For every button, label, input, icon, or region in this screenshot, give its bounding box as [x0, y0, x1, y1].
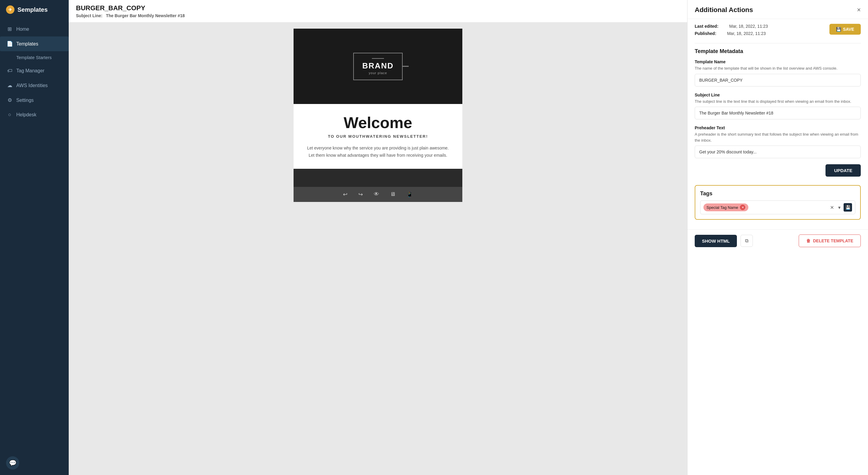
show-html-button[interactable]: SHOW HTML — [695, 235, 737, 247]
sidebar-item-helpdesk[interactable]: ○ Helpdesk — [0, 107, 69, 122]
published-label: Published: — [695, 31, 716, 36]
cloud-icon: ☁ — [7, 82, 13, 89]
preheader-input[interactable] — [695, 146, 861, 158]
tag-remove-button[interactable]: ✕ — [740, 204, 745, 210]
save-icon: 💾 — [836, 27, 841, 32]
tags-input-actions: ✕ ▾ 💾 — [829, 203, 852, 212]
metadata-title: Template Metadata — [695, 48, 861, 55]
panel-footer: SHOW HTML ⧉ 🗑 DELETE TEMPLATE — [687, 229, 868, 252]
template-name-label: Template Name — [695, 59, 861, 64]
preview-welcome: Welcome — [306, 114, 450, 132]
tags-clear-button[interactable]: ✕ — [829, 204, 835, 211]
logo-icon: ✈ — [6, 5, 14, 14]
tags-input-row: Special Tag Name ✕ ✕ ▾ 💾 — [700, 200, 855, 214]
last-edited-label: Last edited: — [695, 24, 718, 29]
tags-dropdown-button[interactable]: ▾ — [837, 204, 842, 211]
preview-toolbar: ↩ ↪ 👁 🖥 📱 — [293, 187, 462, 202]
preview-card: BRAND your place Welcome TO OUR MOUTHWAT… — [293, 29, 462, 187]
tags-section: Tags Special Tag Name ✕ ✕ ▾ 💾 — [695, 185, 861, 220]
tags-save-button[interactable]: 💾 — [844, 203, 852, 212]
brand-line — [372, 58, 384, 59]
sidebar-logo[interactable]: ✈ Semplates — [0, 0, 69, 19]
divider-1 — [695, 43, 861, 43]
sidebar: ✈ Semplates ⊞ Home 📄 Templates Template … — [0, 0, 69, 475]
delete-label: DELETE TEMPLATE — [813, 239, 853, 243]
tag-chip-label: Special Tag Name — [707, 205, 738, 210]
desktop-view-button[interactable]: 🖥 — [388, 190, 398, 199]
topbar: BURGER_BAR_COPY Subject Line: The Burger… — [69, 0, 687, 23]
tags-title: Tags — [700, 190, 855, 197]
brand-text: BRAND — [362, 61, 394, 70]
templates-icon: 📄 — [7, 41, 13, 47]
subject-line-label: Subject Line — [695, 93, 861, 97]
subject-line-bar-label: Subject Line: — [76, 13, 102, 18]
subject-line-input[interactable] — [695, 107, 861, 119]
undo-button[interactable]: ↩ — [341, 190, 350, 199]
panel-header: Additional Actions × — [687, 0, 868, 19]
meta-actions: 💾 SAVE — [830, 24, 861, 35]
sidebar-item-tag-label: Tag Manager — [16, 68, 44, 73]
update-row: UPDATE — [695, 164, 861, 183]
mobile-view-button[interactable]: 📱 — [404, 190, 415, 199]
template-name-input[interactable] — [695, 74, 861, 87]
copy-icon: ⧉ — [745, 238, 748, 243]
panel-body: Last edited: Mar, 18, 2022, 11:23 Publis… — [687, 19, 868, 229]
tags-text-input[interactable] — [750, 205, 827, 210]
sidebar-item-template-starters[interactable]: Template Starters — [0, 51, 69, 64]
save-button[interactable]: 💾 SAVE — [830, 24, 861, 35]
preheader-group: Preheader Text A preheader is the short … — [695, 125, 861, 158]
right-panel: Additional Actions × Last edited: Mar, 1… — [687, 0, 868, 475]
sidebar-item-home-label: Home — [16, 27, 29, 32]
update-button[interactable]: UPDATE — [826, 164, 861, 177]
preview-button[interactable]: 👁 — [371, 190, 381, 199]
last-edited-value: Mar, 18, 2022, 11:23 — [729, 24, 768, 29]
tag-icon: 🏷 — [7, 68, 13, 74]
chat-button[interactable]: 💬 — [6, 456, 19, 470]
delete-template-button[interactable]: 🗑 DELETE TEMPLATE — [799, 234, 861, 247]
sidebar-item-home[interactable]: ⊞ Home — [0, 22, 69, 36]
sidebar-footer: 💬 — [0, 451, 69, 475]
preview-hero: BRAND your place — [293, 29, 462, 104]
sidebar-item-helpdesk-label: Helpdesk — [16, 112, 36, 118]
published-value: Mar, 18, 2022, 11:23 — [727, 31, 766, 36]
page-title: BURGER_BAR_COPY — [76, 4, 680, 12]
copy-button[interactable]: ⧉ — [741, 235, 753, 247]
sidebar-nav: ⊞ Home 📄 Templates Template Starters 🏷 T… — [0, 19, 69, 451]
template-name-desc: The name of the template that will be sh… — [695, 65, 861, 71]
redo-button[interactable]: ↪ — [356, 190, 365, 199]
sidebar-item-aws-label: AWS Identities — [16, 83, 48, 88]
app-name: Semplates — [18, 6, 48, 13]
sidebar-item-templates[interactable]: 📄 Templates — [0, 36, 69, 51]
subject-line-bar-value: The Burger Bar Monthly Newsletter #18 — [106, 13, 185, 18]
preview-dark-section — [293, 169, 462, 187]
template-starters-label: Template Starters — [16, 55, 52, 60]
subject-line-bar: Subject Line: The Burger Bar Monthly New… — [76, 13, 680, 18]
sidebar-item-settings-label: Settings — [16, 98, 34, 103]
sidebar-item-settings[interactable]: ⚙ Settings — [0, 93, 69, 107]
brand-box: BRAND your place — [353, 53, 403, 80]
subject-line-group: Subject Line The subject line is the tex… — [695, 93, 861, 120]
published-row: Published: Mar, 18, 2022, 11:23 — [695, 31, 830, 36]
brand-sub: your place — [369, 71, 387, 75]
home-icon: ⊞ — [7, 26, 13, 32]
preheader-desc: A preheader is the short summary text th… — [695, 131, 861, 143]
helpdesk-icon: ○ — [7, 112, 13, 118]
last-edited-row: Last edited: Mar, 18, 2022, 11:23 — [695, 24, 830, 29]
panel-title: Additional Actions — [695, 6, 753, 14]
preview-subtitle: TO OUR MOUTHWATERING NEWSLETTER! — [306, 134, 450, 139]
preview-body: Welcome TO OUR MOUTHWATERING NEWSLETTER!… — [293, 104, 462, 169]
sidebar-item-templates-label: Templates — [16, 41, 38, 47]
sidebar-item-tag-manager[interactable]: 🏷 Tag Manager — [0, 64, 69, 78]
subject-line-desc: The subject line is the text line that i… — [695, 99, 861, 104]
close-button[interactable]: × — [857, 6, 861, 14]
save-label: SAVE — [843, 27, 854, 32]
tag-chip: Special Tag Name ✕ — [704, 203, 748, 211]
brand-handle — [403, 66, 409, 67]
main-content: BURGER_BAR_COPY Subject Line: The Burger… — [69, 0, 687, 475]
gear-icon: ⚙ — [7, 97, 13, 103]
delete-icon: 🗑 — [806, 239, 810, 243]
preheader-label: Preheader Text — [695, 125, 861, 130]
meta-dates: Last edited: Mar, 18, 2022, 11:23 Publis… — [695, 24, 830, 38]
sidebar-item-aws-identities[interactable]: ☁ AWS Identities — [0, 78, 69, 93]
preview-body-text: Let everyone know why the service you ar… — [306, 145, 450, 159]
